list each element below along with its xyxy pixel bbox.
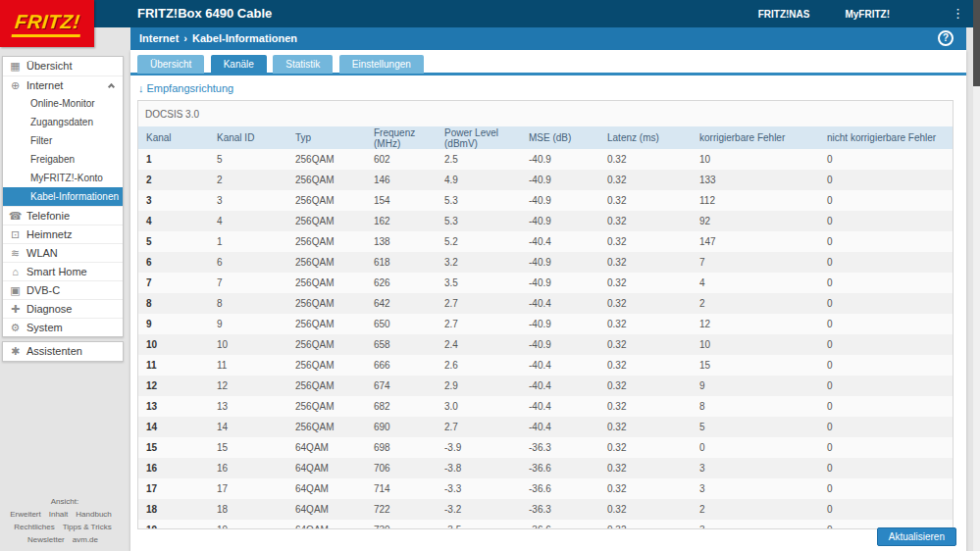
table-cell: -3.3 bbox=[440, 478, 525, 499]
table-cell: 11 bbox=[213, 355, 291, 376]
fritz-logo: FRITZ! bbox=[0, 0, 94, 47]
table-cell: -40.4 bbox=[525, 396, 603, 417]
sidebar-item-heimnetz[interactable]: ⊡Heimnetz bbox=[3, 225, 123, 243]
sidebar-item-kabel-informationen[interactable]: Kabel-Informationen bbox=[3, 187, 123, 206]
table-cell: 0 bbox=[823, 190, 953, 211]
table-cell: -3.5 bbox=[440, 520, 525, 529]
table-cell: 162 bbox=[370, 211, 440, 231]
table-cell: 3 bbox=[138, 190, 213, 211]
footer-link-rechtliches[interactable]: Rechtliches bbox=[14, 523, 54, 531]
table-cell: 8 bbox=[213, 293, 291, 314]
diagnose-icon: ✚ bbox=[8, 300, 23, 318]
sidebar-item-filter[interactable]: Filter bbox=[3, 131, 123, 150]
scrollbar-thumb[interactable] bbox=[973, 0, 980, 86]
table-cell: 2.9 bbox=[440, 376, 525, 396]
table-cell: 5.2 bbox=[440, 231, 525, 252]
table-cell: 618 bbox=[370, 252, 440, 273]
sidebar-assistant-box: ✱Assistenten bbox=[2, 341, 124, 362]
table-row: 44256QAM1625.3-40.90.32920 bbox=[138, 211, 953, 231]
table-row: 66256QAM6183.2-40.90.3270 bbox=[138, 252, 953, 273]
table-cell: -36.6 bbox=[525, 478, 603, 499]
sidebar-item-telefonie[interactable]: ☎Telefonie bbox=[3, 206, 123, 225]
tab-uebersicht[interactable]: Übersicht bbox=[137, 55, 204, 74]
table-cell: 5.3 bbox=[440, 211, 525, 231]
sidebar-item-smart-home[interactable]: ⌂Smart Home bbox=[3, 262, 123, 280]
table-cell: 0 bbox=[823, 499, 953, 520]
sidebar-item-internet[interactable]: ⊕Internet bbox=[3, 75, 123, 94]
table-row: 15256QAM6022.5-40.90.32100 bbox=[138, 149, 953, 170]
table-cell: 0.32 bbox=[603, 252, 696, 273]
sidebar-item-system[interactable]: ⚙System bbox=[3, 318, 123, 336]
sidebar-item-zugangsdaten[interactable]: Zugangsdaten bbox=[3, 113, 123, 131]
refresh-button[interactable]: Aktualisieren bbox=[877, 527, 956, 546]
help-icon[interactable]: ? bbox=[938, 30, 954, 46]
fritz-logo-text: FRITZ! bbox=[11, 11, 82, 37]
table-cell: 1 bbox=[138, 149, 213, 170]
sidebar-item-diagnose[interactable]: ✚Diagnose bbox=[3, 299, 123, 318]
table-cell: 706 bbox=[370, 458, 440, 478]
table-cell: 0 bbox=[823, 273, 953, 293]
table-cell: 10 bbox=[138, 334, 213, 355]
sidebar-item-label: Assistenten bbox=[26, 345, 82, 357]
table-cell: 16 bbox=[138, 458, 213, 478]
footer-link-tipps-tricks[interactable]: Tipps & Tricks bbox=[63, 523, 112, 531]
table-cell: -3.2 bbox=[440, 499, 525, 520]
table-cell: 10 bbox=[213, 334, 291, 355]
table-cell: 2.4 bbox=[440, 334, 525, 355]
header-nav: FRITZ!NAS MyFRITZ! bbox=[758, 0, 890, 27]
table-cell: -40.4 bbox=[525, 293, 603, 314]
footer-links: Ansicht: ErweitertInhaltHandbuchRechtlic… bbox=[2, 495, 124, 546]
empfangsrichtung-label: Empfangsrichtung bbox=[147, 82, 234, 94]
footer-link-handbuch[interactable]: Handbuch bbox=[76, 510, 111, 519]
sidebar-menu: ▦Übersicht⊕InternetOnline-MonitorZugangs… bbox=[2, 56, 124, 337]
table-cell: 256QAM bbox=[291, 149, 370, 170]
table-cell: -40.4 bbox=[525, 355, 603, 376]
table-cell: 112 bbox=[696, 190, 823, 211]
empfangsrichtung-anchor[interactable]: ↓Empfangsrichtung bbox=[130, 75, 966, 100]
kebab-menu-icon[interactable]: ⋮ bbox=[952, 0, 964, 27]
table-cell: 0.32 bbox=[603, 231, 696, 252]
table-cell: 8 bbox=[696, 396, 823, 417]
table-cell: 19 bbox=[138, 520, 213, 529]
breadcrumb-section[interactable]: Internet bbox=[139, 32, 179, 44]
sidebar-item-myfritz-konto[interactable]: MyFRITZ!-Konto bbox=[3, 169, 123, 187]
sidebar-item-bersicht[interactable]: ▦Übersicht bbox=[3, 57, 123, 75]
table-row: 51256QAM1385.2-40.40.321470 bbox=[138, 231, 953, 252]
sidebar-item-assistenten[interactable]: ✱Assistenten bbox=[3, 342, 123, 361]
footer-link-newsletter[interactable]: Newsletter bbox=[27, 535, 65, 544]
docsis-content-box: DOCSIS 3.0 KanalKanal IDTypFrequenz (MHz… bbox=[137, 100, 954, 529]
table-row: 161664QAM706-3.8-36.60.3230 bbox=[138, 458, 953, 478]
sidebar-item-online-monitor[interactable]: Online-Monitor bbox=[3, 94, 123, 113]
header-link-myfritz[interactable]: MyFRITZ! bbox=[845, 9, 890, 20]
column-header: Frequenz (MHz) bbox=[370, 126, 440, 149]
table-cell: 0.32 bbox=[603, 437, 696, 458]
tab-einstellungen[interactable]: Einstellungen bbox=[339, 55, 424, 74]
footer-link-avm-de[interactable]: avm.de bbox=[73, 535, 98, 544]
tab-kanaele[interactable]: Kanäle bbox=[211, 55, 267, 74]
footer-link-inhalt[interactable]: Inhalt bbox=[49, 510, 69, 519]
sidebar-item-dvb-c[interactable]: ▣DVB-C bbox=[3, 280, 123, 299]
table-cell: 256QAM bbox=[291, 293, 370, 314]
table-cell: 0 bbox=[823, 396, 953, 417]
breadcrumb-page: Kabel-Informationen bbox=[192, 32, 297, 44]
sidebar-item-label: Diagnose bbox=[26, 303, 72, 315]
table-cell: -40.9 bbox=[525, 211, 603, 231]
sidebar-item-wlan[interactable]: ≋WLAN bbox=[3, 243, 123, 262]
table-cell: 0 bbox=[823, 231, 953, 252]
table-cell: 0 bbox=[823, 211, 953, 231]
footer-link-ansicht-erweitert[interactable]: Ansicht: Erweitert bbox=[10, 497, 78, 519]
table-cell: 2.5 bbox=[440, 149, 525, 170]
table-cell: 650 bbox=[370, 314, 440, 334]
sidebar-item-freigaben[interactable]: Freigaben bbox=[3, 150, 123, 169]
table-cell: 147 bbox=[696, 231, 823, 252]
column-header: Typ bbox=[291, 126, 370, 149]
header-link-fritznas[interactable]: FRITZ!NAS bbox=[758, 9, 810, 20]
table-cell: 256QAM bbox=[291, 355, 370, 376]
table-cell: 0.32 bbox=[603, 170, 696, 190]
tab-statistik[interactable]: Statistik bbox=[273, 55, 333, 74]
table-cell: 12 bbox=[213, 376, 291, 396]
page-scrollbar[interactable] bbox=[973, 0, 980, 551]
table-cell: 722 bbox=[370, 499, 440, 520]
table-cell: -40.9 bbox=[525, 149, 603, 170]
table-row: 151564QAM698-3.9-36.30.3200 bbox=[138, 437, 953, 458]
